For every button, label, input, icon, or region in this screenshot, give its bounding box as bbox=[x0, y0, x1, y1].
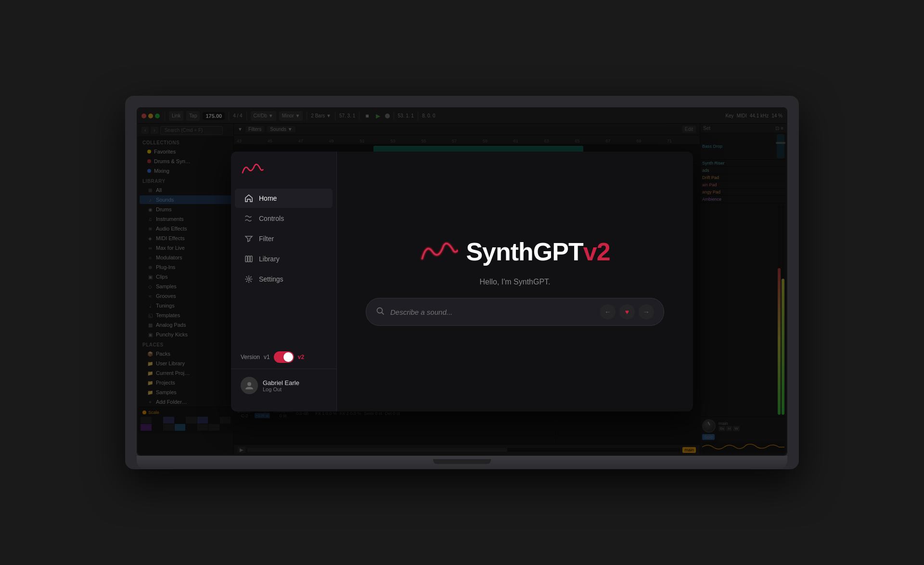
version-control: Version v1 v2 bbox=[231, 351, 336, 369]
v2-label: v2 bbox=[298, 354, 304, 360]
nav-library-label: Library bbox=[259, 255, 280, 263]
brand-name-text: SynthGPT bbox=[466, 238, 583, 266]
nav-item-filter[interactable]: Filter bbox=[235, 229, 333, 248]
svg-point-3 bbox=[248, 278, 250, 281]
laptop-base bbox=[137, 456, 787, 469]
search-nav-controls: ← ♥ → bbox=[600, 304, 654, 320]
nav-item-settings[interactable]: Settings bbox=[235, 270, 333, 289]
version-toggle[interactable] bbox=[274, 351, 294, 363]
laptop-shell: Link Tap 175.00 4 / 4 C#/Db ▼ Minor ▼ 2 … bbox=[125, 96, 799, 469]
brand-version-text: v2 bbox=[583, 238, 610, 266]
nav-item-home[interactable]: Home bbox=[235, 189, 333, 208]
svg-point-5 bbox=[377, 308, 383, 313]
library-icon bbox=[244, 255, 253, 263]
search-next-button[interactable]: → bbox=[639, 304, 654, 320]
laptop-notch bbox=[433, 459, 491, 464]
nav-item-library[interactable]: Library bbox=[235, 249, 333, 269]
modal-logo bbox=[231, 161, 336, 188]
filter-icon bbox=[244, 234, 253, 243]
search-prev-button[interactable]: ← bbox=[600, 304, 616, 320]
sound-search-input[interactable] bbox=[390, 308, 594, 316]
nav-item-controls[interactable]: Controls bbox=[235, 209, 333, 228]
modal-overlay[interactable]: Home Controls bbox=[138, 108, 786, 455]
modal-logo-wave-icon bbox=[241, 161, 264, 177]
laptop-screen: Link Tap 175.00 4 / 4 C#/Db ▼ Minor ▼ 2 … bbox=[137, 107, 787, 456]
settings-icon bbox=[244, 275, 253, 283]
user-name: Gabriel Earle bbox=[263, 379, 327, 386]
modal-brand: SynthGPTv2 bbox=[420, 237, 610, 266]
version-label: Version bbox=[241, 354, 260, 360]
synthgpt-modal: Home Controls bbox=[231, 152, 693, 411]
daw-background: Link Tap 175.00 4 / 4 C#/Db ▼ Minor ▼ 2 … bbox=[138, 108, 786, 455]
svg-rect-1 bbox=[248, 256, 250, 262]
home-icon bbox=[244, 194, 253, 203]
user-info: Gabriel Earle Log Out bbox=[263, 379, 327, 392]
nav-home-label: Home bbox=[259, 194, 277, 202]
logout-button[interactable]: Log Out bbox=[263, 386, 327, 392]
search-icon bbox=[376, 307, 385, 317]
toggle-knob bbox=[283, 352, 293, 362]
user-avatar bbox=[241, 377, 258, 394]
modal-subtitle: Hello, I'm SynthGPT. bbox=[479, 278, 550, 286]
modal-main-content: SynthGPTv2 Hello, I'm SynthGPT. bbox=[337, 152, 693, 411]
modal-nav: Home Controls bbox=[231, 152, 337, 411]
v1-label: v1 bbox=[264, 354, 270, 360]
nav-controls-label: Controls bbox=[259, 215, 284, 222]
svg-point-4 bbox=[247, 382, 251, 386]
modal-search-bar: ← ♥ → bbox=[366, 298, 664, 326]
search-heart-button[interactable]: ♥ bbox=[619, 304, 635, 320]
brand-title: SynthGPTv2 bbox=[466, 239, 610, 264]
user-section: Gabriel Earle Log Out bbox=[231, 369, 336, 402]
nav-settings-label: Settings bbox=[259, 275, 283, 283]
svg-rect-0 bbox=[245, 256, 247, 262]
nav-spacer bbox=[231, 289, 336, 351]
nav-filter-label: Filter bbox=[259, 235, 274, 243]
brand-wave-icon bbox=[420, 237, 458, 266]
controls-icon bbox=[244, 214, 253, 223]
svg-rect-2 bbox=[250, 256, 252, 262]
